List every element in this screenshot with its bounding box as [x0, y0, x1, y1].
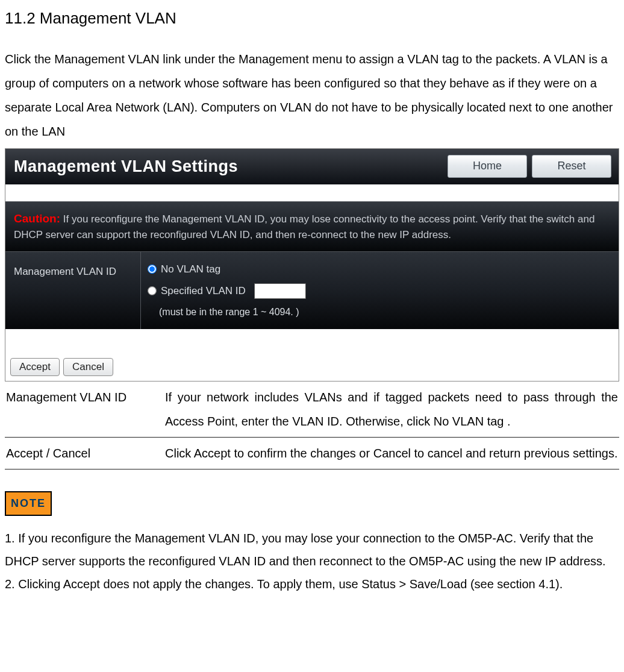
desc-label: Accept / Cancel — [5, 437, 164, 469]
desc-text: Click Accept to confirm the changes or C… — [164, 437, 619, 469]
specified-vlan-radio[interactable] — [148, 286, 157, 295]
desc-label: Management VLAN ID — [5, 382, 164, 438]
home-button[interactable]: Home — [448, 155, 527, 178]
vlan-id-options: No VLAN tag Specified VLAN ID (must be i… — [141, 252, 619, 329]
vlan-id-input[interactable] — [254, 283, 306, 299]
no-vlan-label: No VLAN tag — [161, 259, 220, 280]
note-badge: NOTE — [5, 491, 52, 517]
reset-button[interactable]: Reset — [532, 155, 611, 178]
vlan-range-hint: (must be in the range 1 ~ 4094. ) — [159, 303, 611, 322]
vlan-id-row: Management VLAN ID No VLAN tag Specified… — [5, 251, 619, 329]
panel-header: Management VLAN Settings Home Reset — [5, 149, 619, 184]
intro-paragraph: Click the Management VLAN link under the… — [5, 47, 619, 143]
caution-text: If you reconfigure the Management VLAN I… — [14, 213, 594, 241]
note-1: 1. If you reconfigure the Management VLA… — [5, 527, 619, 573]
header-buttons: Home Reset — [448, 155, 611, 178]
specified-vlan-label: Specified VLAN ID — [161, 281, 246, 301]
accept-button[interactable]: Accept — [10, 358, 60, 376]
no-vlan-option[interactable]: No VLAN tag — [148, 259, 611, 280]
panel-button-row: Accept Cancel — [5, 329, 619, 381]
table-row: Management VLAN ID If your network inclu… — [5, 382, 619, 438]
cancel-button[interactable]: Cancel — [63, 358, 113, 376]
caution-label: Caution: — [14, 212, 60, 225]
table-row: Accept / Cancel Click Accept to confirm … — [5, 437, 619, 469]
specified-vlan-option[interactable]: Specified VLAN ID — [148, 281, 611, 301]
description-table: Management VLAN ID If your network inclu… — [5, 382, 619, 469]
section-title: 11.2 Management VLAN — [5, 5, 619, 33]
vlan-id-row-label: Management VLAN ID — [5, 252, 141, 329]
caution-block: Caution: If you reconfigure the Manageme… — [5, 201, 619, 251]
panel-title: Management VLAN Settings — [14, 152, 238, 181]
no-vlan-radio[interactable] — [148, 265, 157, 274]
desc-text: If your network includes VLANs and if ta… — [164, 382, 619, 438]
note-2: 2. Clicking Accept does not apply the ch… — [5, 573, 619, 595]
settings-panel: Management VLAN Settings Home Reset Caut… — [5, 148, 619, 382]
